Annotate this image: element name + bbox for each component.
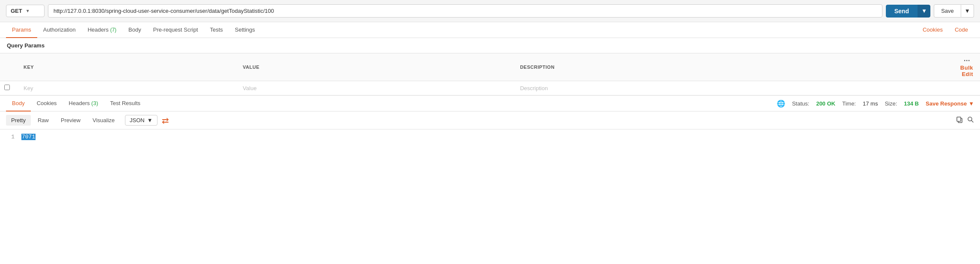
response-tab-body[interactable]: Body [6,96,31,111]
tab-settings[interactable]: Settings [229,22,261,38]
toolbar-right [956,116,974,125]
format-select-label: JSON [130,117,145,123]
globe-icon: 🌐 [777,100,785,108]
svg-line-3 [971,120,973,122]
tab-pre-request-script[interactable]: Pre-request Script [147,22,204,38]
row-actions-cell [953,81,980,95]
format-tab-raw[interactable]: Raw [33,115,54,126]
row-value-cell[interactable]: Value [236,81,513,95]
params-table: KEY VALUE DESCRIPTION ··· Bulk Edit Key … [0,53,980,95]
section-title: Query Params [7,42,45,49]
time-value: 17 ms [863,100,878,107]
col-key-header: KEY [17,53,236,81]
save-response-label: Save Response [926,100,967,107]
table-row: Key Value Description [0,81,980,95]
tab-code[interactable]: Code [949,22,974,38]
col-description-header: DESCRIPTION [513,53,953,81]
code-content: 7071 [21,134,36,140]
tab-params[interactable]: Params [6,22,37,38]
status-value: 200 OK [816,100,835,107]
status-label: Status: [792,100,809,107]
tab-tests[interactable]: Tests [204,22,229,38]
response-status-bar: 🌐 Status: 200 OK Time: 17 ms Size: 134 B… [777,100,974,108]
send-group: Send ▼ [886,5,930,18]
row-checkbox[interactable] [4,85,10,90]
row-checkbox-cell [0,81,17,95]
format-tab-pretty[interactable]: Pretty [6,115,31,126]
send-button[interactable]: Send [886,5,918,18]
format-tab-preview[interactable]: Preview [56,115,86,126]
response-headers-badge: (3) [91,100,98,106]
tab-authorization[interactable]: Authorization [37,22,82,38]
code-output-area: 1 7071 [0,129,980,144]
time-label: Time: [842,100,856,107]
row-key-cell[interactable]: Key [17,81,236,95]
send-dropdown-button[interactable]: ▼ [918,5,930,18]
tab-cookies[interactable]: Cookies [917,22,949,38]
bulk-edit-link[interactable]: Bulk Edit [960,65,973,77]
right-tabs: Cookies Code [917,22,974,38]
search-icon[interactable] [967,116,974,125]
method-label: GET [11,8,22,14]
copy-icon[interactable] [956,116,963,125]
row-description-cell[interactable]: Description [513,81,953,95]
request-tabs: Params Authorization Headers (7) Body Pr… [0,22,980,38]
wrap-icon[interactable]: ⇄ [162,115,169,126]
size-value: 134 B [904,100,919,107]
method-select[interactable]: GET ▼ [6,5,45,17]
line-number: 1 [11,134,15,140]
headers-badge: (7) [110,27,116,33]
format-chevron: ▼ [147,117,153,123]
code-value: 7071 [21,134,36,140]
line-numbers: 1 [6,134,15,140]
tab-body[interactable]: Body [122,22,147,38]
format-select[interactable]: JSON ▼ [125,115,157,126]
code-cursor: 7071 [21,134,36,140]
format-tab-visualize[interactable]: Visualize [87,115,120,126]
save-button[interactable]: Save [934,4,961,18]
dots-menu[interactable]: ··· [964,57,970,64]
query-params-section-header: Query Params [0,38,980,53]
save-dropdown-button[interactable]: ▼ [961,4,974,18]
response-toolbar: Pretty Raw Preview Visualize JSON ▼ ⇄ [0,111,980,129]
size-label: Size: [885,100,897,107]
col-checkbox [0,53,17,81]
save-response-chevron: ▼ [968,100,974,107]
response-tab-headers[interactable]: Headers (3) [63,96,104,111]
save-group: Save ▼ [934,4,974,18]
top-bar: GET ▼ Send ▼ Save ▼ [0,0,980,22]
col-value-header: VALUE [236,53,513,81]
response-tab-cookies[interactable]: Cookies [31,96,63,111]
svg-rect-1 [957,117,961,121]
response-tabs: Body Cookies Headers (3) Test Results 🌐 … [0,95,980,111]
save-response-button[interactable]: Save Response ▼ [926,100,974,107]
response-tab-test-results[interactable]: Test Results [104,96,146,111]
method-chevron: ▼ [26,9,30,13]
tab-headers[interactable]: Headers (7) [82,22,122,38]
url-input[interactable] [48,4,882,18]
col-actions-header: ··· Bulk Edit [953,53,980,81]
